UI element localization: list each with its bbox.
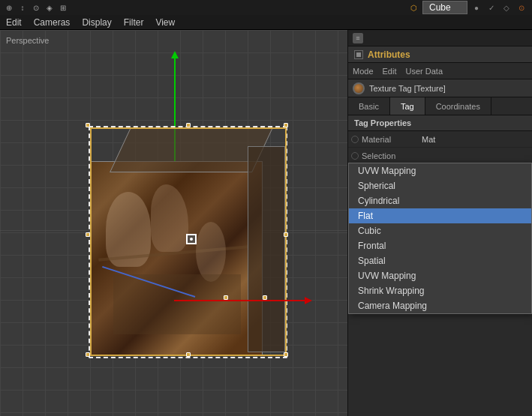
object-name-area: ⬡ Cube ● ✓ ◇ ⊙ [403, 1, 532, 14]
red-arrow-head [305, 297, 312, 304]
attributes-header: Attributes [348, 46, 532, 63]
handle-tl[interactable] [86, 123, 90, 127]
prop-value-material: Mat [422, 135, 529, 144]
panel-title-bar: ≡ [348, 30, 532, 46]
dropdown-item-cylindrical[interactable]: Cylindrical [349, 193, 531, 208]
red-axis [174, 300, 309, 301]
dropdown-item-spatial[interactable]: Spatial [349, 253, 531, 268]
dropdown-item-shrinkwrapping[interactable]: Shrink Wrapping [349, 283, 531, 298]
dropdown-item-cameramapping[interactable]: Camera Mapping [349, 298, 531, 313]
check-icon[interactable]: ✓ [485, 1, 497, 13]
panel-icon: ≡ [353, 33, 363, 43]
pivot-handle[interactable] [186, 234, 197, 244]
object-name-field[interactable]: Cube [422, 1, 467, 14]
top-title-bar: ⊕ ↕ ⊙ ◈ ⊞ ⬡ Cube ● ✓ ◇ ⊙ [0, 0, 532, 15]
dropdown-item-flat[interactable]: Flat [349, 208, 531, 223]
handle-mr[interactable] [284, 232, 288, 237]
toolbar-icon-5[interactable]: ⊞ [57, 1, 69, 13]
dropdown-item-cubic[interactable]: Cubic [349, 223, 531, 238]
handle-tr[interactable] [284, 123, 288, 127]
mode-bar: Mode Edit User Data [348, 63, 532, 79]
handle-br[interactable] [284, 352, 288, 357]
dropdown-item-uvwmapping-1[interactable]: UVW Mapping [349, 163, 531, 178]
menu-filter[interactable]: Filter [118, 15, 150, 30]
mode-userdata[interactable]: User Data [406, 67, 443, 76]
dropdown-item-frontal[interactable]: Frontal [349, 238, 531, 253]
menu-edit[interactable]: Edit [0, 15, 28, 30]
top-bar-left: ⊕ ↕ ⊙ ◈ ⊞ [0, 1, 403, 13]
prop-label-selection: Selection [362, 151, 422, 160]
handle-ml[interactable] [86, 232, 90, 237]
toolbar-icon-1[interactable]: ⊕ [3, 1, 15, 13]
prop-material: Material Mat [348, 131, 532, 148]
texture-icon [353, 82, 365, 94]
dropdown-item-uvwmapping-2[interactable]: UVW Mapping [349, 268, 531, 283]
tab-coordinates[interactable]: Coordinates [425, 97, 491, 115]
green-arrow-head [171, 51, 179, 58]
tab-basic[interactable]: Basic [348, 97, 390, 115]
mode-edit[interactable]: Edit [383, 67, 397, 76]
menu-display[interactable]: Display [76, 15, 117, 30]
projection-dropdown[interactable]: UVW Mapping Spherical Cylindrical Flat C… [348, 163, 532, 314]
handle-axis-1[interactable] [224, 295, 228, 300]
tab-tag[interactable]: Tag [390, 97, 425, 115]
props-section-header: Tag Properties [348, 115, 532, 131]
prop-label-material: Material [362, 135, 422, 144]
handle-bl[interactable] [86, 352, 90, 357]
toolbar-icon-3[interactable]: ⊙ [30, 1, 42, 13]
texture-tag-text: Texture Tag [Texture] [369, 84, 446, 93]
toolbar-icon-2[interactable]: ↕ [17, 1, 29, 13]
record-icon[interactable]: ● [470, 1, 482, 13]
diamond-icon[interactable]: ◇ [500, 1, 512, 13]
viewport-label: Perspective [6, 36, 49, 45]
right-panel: ≡ Attributes Mode Edit User Data Texture… [347, 30, 532, 416]
toolbar-icon-4[interactable]: ◈ [44, 1, 56, 13]
object-icon: ⬡ [407, 1, 419, 13]
tab-bar: Basic Tag Coordinates [348, 97, 532, 115]
dropdown-item-spherical[interactable]: Spherical [349, 178, 531, 193]
menu-view[interactable]: View [149, 15, 181, 30]
viewport[interactable]: Perspective [0, 30, 347, 416]
main-layout: Perspective ≡ Attributes Mode Edit User … [0, 30, 532, 416]
prop-selection: Selection [348, 148, 532, 164]
prop-dot-material [351, 136, 359, 143]
handle-tc[interactable] [186, 123, 191, 127]
handle-bc[interactable] [186, 352, 191, 357]
menu-cameras[interactable]: Cameras [28, 15, 77, 30]
handle-axis-2[interactable] [263, 295, 267, 300]
attributes-title: Attributes [368, 49, 410, 60]
texture-tag-header: Texture Tag [Texture] [348, 79, 532, 97]
properties-area: Tag Properties Material Mat Selection Pr… [348, 115, 532, 416]
menu-bar: Edit Cameras Display Filter View [0, 15, 532, 30]
prop-dot-selection [351, 152, 359, 160]
mode-mode[interactable]: Mode [353, 67, 374, 76]
attributes-icon [354, 50, 363, 59]
target-icon[interactable]: ⊙ [515, 1, 527, 13]
